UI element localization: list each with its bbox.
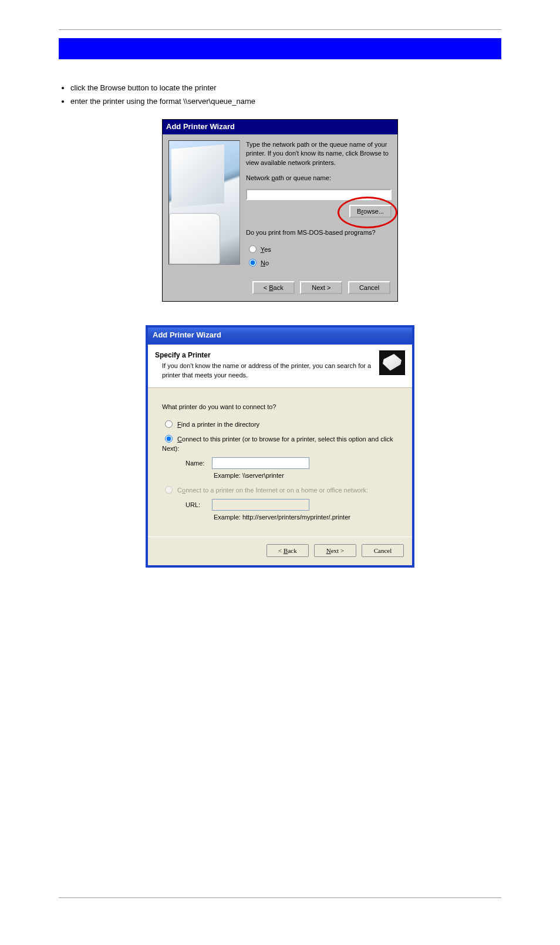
browse-button[interactable]: Browse... xyxy=(349,205,392,218)
printer-name-input[interactable] xyxy=(212,457,309,469)
msdos-question: Do you print from MS-DOS-based programs? xyxy=(246,228,392,238)
wizard-side-image xyxy=(168,140,240,265)
printer-url-input xyxy=(212,499,309,511)
connect-question: What printer do you want to connect to? xyxy=(162,403,398,412)
blue-header-bar xyxy=(59,38,501,59)
url-example: Example: http://server/printers/myprinte… xyxy=(214,513,398,522)
name-example: Example: \\server\printer xyxy=(214,471,398,481)
instruction-text: Type the network path or the queue name … xyxy=(246,140,392,168)
radio-internet-printer: Connect to a printer on the Internet or … xyxy=(162,484,398,495)
radio-find-directory[interactable]: Find a printer in the directory xyxy=(162,419,398,430)
next-button[interactable]: Next > xyxy=(300,281,342,294)
list-item: enter the printer using the format \\ser… xyxy=(70,96,501,107)
name-label: Name: xyxy=(185,459,210,468)
printer-icon xyxy=(379,350,405,375)
radio-connect-printer[interactable]: Connect to this printer (or to browse fo… xyxy=(162,433,398,454)
radio-no[interactable]: No xyxy=(246,257,392,268)
cancel-button[interactable]: Cancel xyxy=(348,281,390,294)
back-button[interactable]: < Back xyxy=(252,281,295,294)
cancel-button[interactable]: Cancel xyxy=(362,544,404,557)
dialog-subheading: If you don't know the name or address of… xyxy=(162,362,373,380)
list-item: click the Browse button to locate the pr… xyxy=(70,83,501,94)
dialog-add-printer-98: Add Printer Wizard Type the network path… xyxy=(162,119,398,302)
network-path-label: Network path or queue name: xyxy=(246,174,392,183)
next-button[interactable]: Next > xyxy=(314,544,356,557)
radio-yes[interactable]: Yes xyxy=(246,244,392,255)
dialog-heading: Specify a Printer xyxy=(155,350,373,360)
back-button[interactable]: < Back xyxy=(266,544,309,557)
dialog-title: Add Printer Wizard xyxy=(163,120,397,134)
instruction-list: click the Browse button to locate the pr… xyxy=(70,83,501,107)
url-label: URL: xyxy=(185,501,210,510)
dialog-title: Add Printer Wizard xyxy=(148,328,412,345)
dialog-add-printer-xp: Add Printer Wizard Specify a Printer If … xyxy=(146,325,414,568)
network-path-input[interactable] xyxy=(246,189,392,200)
